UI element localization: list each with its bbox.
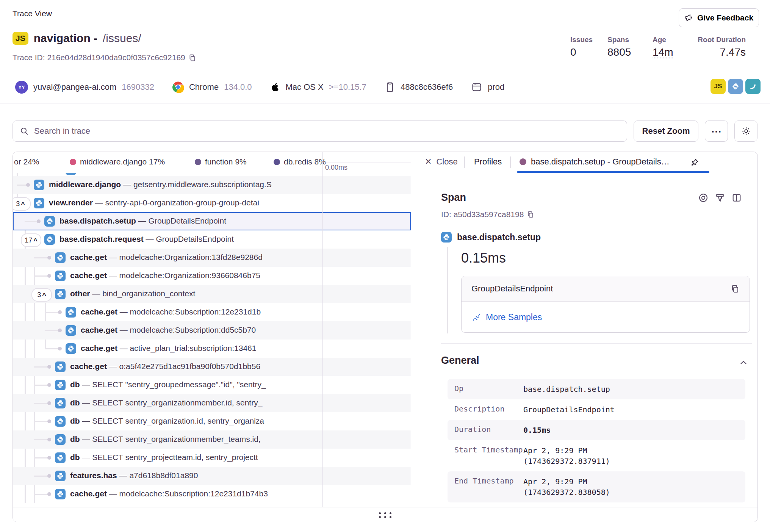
avatar[interactable]: YY	[15, 81, 28, 94]
python-sdk-icon	[728, 79, 743, 94]
python-icon	[55, 471, 66, 481]
tree-connector-dot	[58, 310, 62, 314]
trace-span-row[interactable]: cache.get — o:a5f42e275d1ac91fba90f0b570…	[13, 358, 411, 376]
span-row-label: db — SELECT sentry_projectteam.id, sentr…	[70, 453, 321, 462]
trace-span-row[interactable]: cache.get — modelcache:Organization:9366…	[13, 267, 411, 285]
trace-span-row[interactable]	[13, 173, 411, 176]
tab-span-details[interactable]: base.dispatch.setup - GroupDetails…	[520, 157, 670, 167]
sdk-platform-icons: JS	[711, 79, 761, 94]
search-input[interactable]	[33, 126, 627, 136]
span-row-label: cache.get — modelcache:Organization:9366…	[70, 271, 321, 280]
tree-connector-dot	[58, 347, 62, 350]
copy-icon[interactable]	[188, 54, 196, 62]
trace-span-row[interactable]: db — SELECT sentry_organizationmember_te…	[13, 430, 411, 449]
tree-connector-dot	[26, 183, 30, 187]
python-icon	[55, 434, 66, 445]
trace-search	[13, 120, 627, 142]
trace-span-row[interactable]: cache.get — modelcache:Subscription:12e2…	[13, 303, 411, 321]
tab-separator	[464, 156, 465, 168]
pin-tab-button[interactable]	[687, 156, 702, 169]
span-row-label: cache.get — modelcache:Organization:13fd…	[70, 253, 321, 262]
stat-age: Age 14m	[653, 36, 673, 58]
side-panel-icon[interactable]	[731, 192, 742, 203]
filter-funnel-icon[interactable]	[715, 192, 725, 203]
trace-span-row[interactable]: middleware.django — getsentry.middleware…	[13, 176, 411, 194]
span-toolbar	[698, 192, 742, 203]
environment[interactable]: prod	[488, 82, 504, 92]
browser-version: 134.0.0	[224, 82, 252, 92]
general-section-heading: General	[441, 355, 479, 366]
reset-zoom-button[interactable]: Reset Zoom	[634, 120, 698, 142]
collapse-children-pill[interactable]: 3^	[13, 197, 31, 211]
header-divider	[0, 103, 770, 103]
megaphone-icon	[684, 13, 693, 22]
span-row-label: view.render — sentry-api-0-organization-…	[49, 198, 321, 207]
general-row-key: Start Timestamp	[454, 445, 523, 466]
legend-item-other: or 24%	[14, 157, 39, 166]
trace-span-row[interactable]: features.has — a7d618b8df01a890	[13, 467, 411, 485]
legend-item-db-redis: db.redis 8%	[274, 157, 326, 166]
trace-span-row[interactable]: cache.get — active_plan_trial:subscripti…	[13, 340, 411, 358]
trace-span-row[interactable]: db — SELECT sentry_projectteam.id, sentr…	[13, 449, 411, 467]
general-row-key: End Timestamp	[454, 476, 523, 498]
drag-grip-icon[interactable]	[379, 512, 391, 518]
tree-connector-dot	[47, 419, 51, 423]
trace-span-row[interactable]: cache.get — modelcache:Subscription:12e2…	[13, 485, 411, 503]
settings-button[interactable]	[734, 120, 757, 142]
span-op-color-dot	[520, 158, 526, 165]
tree-connector-line	[34, 403, 49, 404]
collapse-children-pill[interactable]: 17^	[21, 233, 41, 247]
tab-profiles[interactable]: Profiles	[474, 157, 502, 167]
span-row-label: other — bind_organization_context	[70, 289, 321, 298]
more-samples-link[interactable]: More Samples	[486, 312, 542, 322]
page-title: Trace View	[13, 9, 52, 18]
give-feedback-button[interactable]: Give Feedback	[679, 8, 759, 27]
collapse-children-pill[interactable]: 3^	[31, 288, 52, 302]
tree-connector-dot	[47, 365, 51, 369]
device-id[interactable]: 488c8c636ef6	[401, 82, 453, 92]
transaction-path: /issues/	[103, 32, 141, 45]
copy-icon[interactable]	[527, 211, 534, 218]
trace-span-row[interactable]: db — SELECT "sentry_groupedmessage"."id"…	[13, 376, 411, 394]
span-duration: 0.15ms	[461, 250, 506, 266]
sdk-icon	[745, 79, 761, 94]
trace-span-row[interactable]: db — SELECT sentry_organizationmember.id…	[13, 394, 411, 412]
tree-connector-line	[34, 494, 49, 495]
stat-spans: Spans 8805	[607, 36, 631, 58]
search-icon	[20, 127, 29, 136]
trace-span-row[interactable]: cache.get — modelcache:Subscription:dd5c…	[13, 321, 411, 340]
more-options-button[interactable]: ⋯	[705, 120, 728, 142]
legend-item-function: function 9%	[195, 157, 247, 166]
span-row-label: cache.get — modelcache:Subscription:12e2…	[81, 307, 321, 316]
trace-span-row[interactable]: 3^ view.render — sentry-api-0-organizati…	[13, 194, 411, 212]
tree-connector-line	[34, 385, 49, 386]
trace-span-row[interactable]: base.dispatch.setup — GroupDetailsEndpoi…	[13, 212, 411, 230]
python-icon	[55, 398, 66, 408]
span-detail-panel: Span ID: a50d33a597ca8198 base.dispatch.…	[411, 173, 758, 507]
age-value[interactable]: 14m	[653, 47, 673, 58]
tree-connector-line	[34, 366, 49, 368]
general-row-key: Duration	[454, 425, 523, 435]
resize-handle-bar[interactable]	[13, 507, 757, 522]
close-detail-tab[interactable]: ✕ Close	[425, 157, 458, 167]
tree-connector-line	[25, 221, 38, 222]
trace-span-row[interactable]: cache.get — modelcache:Organization:13fd…	[13, 249, 411, 267]
general-row-value: Apr 2, 9:29 PM (1743629372.837911)	[523, 445, 610, 466]
browser-name[interactable]: Chrome	[189, 82, 219, 92]
general-row-key: Description	[454, 404, 523, 415]
trace-span-row[interactable]: 3^ other — bind_organization_context	[13, 285, 411, 303]
os-name[interactable]: Mac OS X	[286, 82, 324, 92]
user-email[interactable]: yuval@pangea-ai.com	[33, 82, 116, 92]
focus-target-icon[interactable]	[698, 192, 709, 203]
general-row: Op base.dispatch.setup	[448, 379, 745, 399]
javascript-platform-badge: JS	[13, 32, 28, 45]
span-row-label: cache.get — modelcache:Subscription:dd5c…	[81, 325, 321, 335]
trace-span-row[interactable]: db — SELECT sentry_organization.id, sent…	[13, 412, 411, 430]
chevron-up-icon[interactable]	[739, 358, 748, 368]
trace-span-row[interactable]: 17^ base.dispatch.request — GroupDetails…	[13, 230, 411, 249]
python-icon	[55, 416, 66, 427]
tree-connector-dot	[47, 401, 51, 405]
chrome-icon	[172, 81, 184, 93]
stat-root-duration: Root Duration 7.47s	[689, 36, 746, 58]
copy-icon[interactable]	[731, 284, 740, 293]
